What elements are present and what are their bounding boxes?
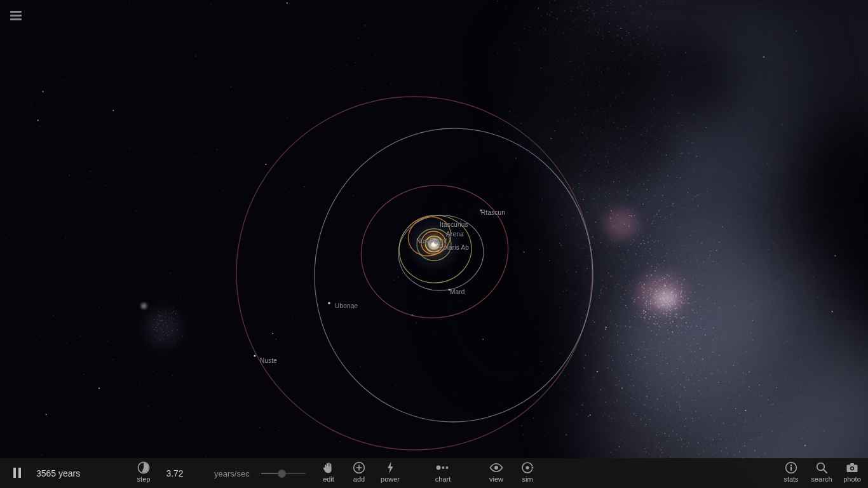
add-button[interactable]: add <box>344 461 374 486</box>
pause-icon <box>18 468 21 478</box>
camera-icon <box>844 461 860 475</box>
label-polaris-ab[interactable]: Polaris Ab <box>439 245 469 251</box>
label-nus-peent[interactable]: Nus Peent <box>416 238 447 245</box>
step-button[interactable]: step <box>128 461 159 486</box>
chart-button[interactable]: chart <box>428 461 458 486</box>
chart-label: chart <box>435 475 451 483</box>
planet-dot[interactable] <box>254 355 255 356</box>
pause-icon <box>13 468 16 478</box>
photo-label: photo <box>843 475 861 483</box>
dots-icon <box>434 461 452 475</box>
sim-label: sim <box>522 475 532 483</box>
sim-button[interactable]: sim <box>512 461 543 486</box>
pause-button[interactable] <box>10 468 24 479</box>
hand-icon <box>322 461 336 475</box>
add-label: add <box>353 475 365 483</box>
power-button[interactable]: power <box>375 461 405 486</box>
label-nuste[interactable]: Nuste <box>260 358 277 364</box>
search-button[interactable]: search <box>806 461 837 486</box>
edit-label: edit <box>323 475 334 483</box>
label-arena[interactable]: Arena <box>446 231 464 238</box>
stats-label: stats <box>783 475 798 483</box>
view-label: view <box>489 475 503 483</box>
label-ubonae[interactable]: Ubonae <box>335 303 358 309</box>
info-icon <box>784 461 798 475</box>
search-label: search <box>811 475 832 483</box>
step-label: step <box>137 475 151 483</box>
pie-clock-icon <box>137 461 151 475</box>
power-label: power <box>381 475 400 483</box>
eye-icon <box>489 461 504 475</box>
orbit-ring-2[interactable] <box>307 121 600 429</box>
hamburger-menu-icon[interactable] <box>5 6 27 27</box>
time-display[interactable]: 3565 years <box>36 468 80 478</box>
speed-value[interactable]: 3.72 <box>158 468 192 478</box>
edit-button[interactable]: edit <box>313 461 344 486</box>
speed-slider[interactable] <box>261 466 306 481</box>
label-itascurius[interactable]: Itascurius <box>440 222 468 228</box>
planet-dot[interactable] <box>328 302 330 304</box>
view-button[interactable]: view <box>481 461 512 486</box>
magnifier-icon <box>815 461 829 475</box>
orbit-icon <box>520 461 534 475</box>
stats-button[interactable]: stats <box>776 461 806 486</box>
speed-unit-label: years/sec <box>214 469 250 478</box>
slider-handle[interactable] <box>278 470 286 478</box>
orbit-ring-1[interactable] <box>222 82 607 465</box>
label-mard[interactable]: Mard <box>450 289 465 295</box>
photo-button[interactable]: photo <box>837 461 867 486</box>
label-rtascun[interactable]: Rtascun <box>481 210 505 216</box>
lightning-icon <box>383 461 397 475</box>
plus-circle-icon <box>352 461 366 475</box>
space-viewport[interactable]: Polaris Ab Nus Peent Arena Itascurius Rt… <box>0 0 868 488</box>
